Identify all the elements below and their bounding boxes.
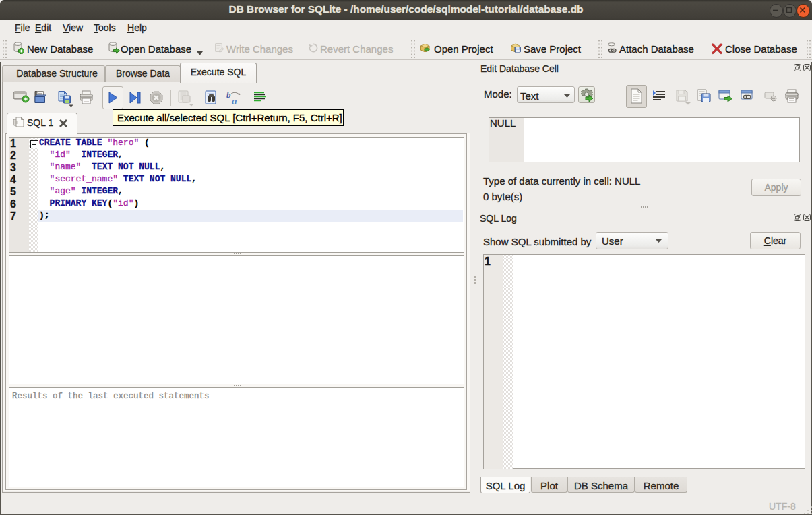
svg-text:b: b: [226, 90, 231, 100]
svg-text:a: a: [232, 96, 237, 107]
